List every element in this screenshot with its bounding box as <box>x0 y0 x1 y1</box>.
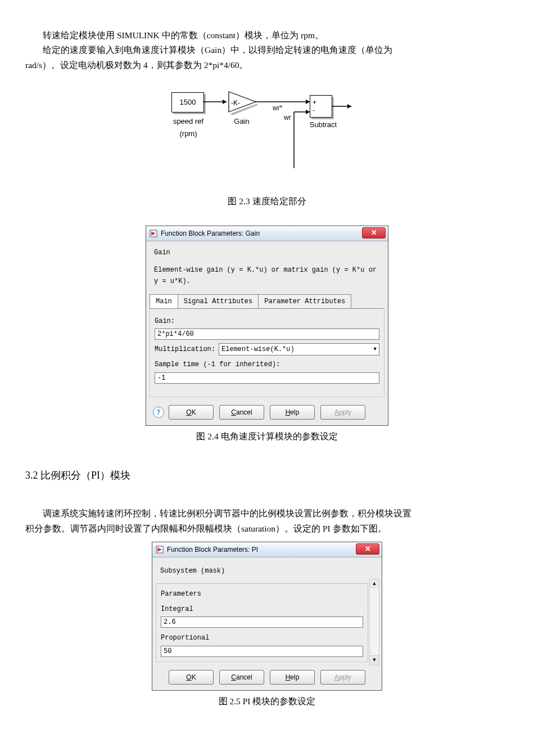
signal-wr-star: wr* <box>273 102 282 114</box>
caption-2-3: 图 2.3 速度给定部分 <box>25 194 509 209</box>
gain-label: Gain <box>228 115 256 128</box>
gain-desc: Element-wise gain (y = K.*u) or matrix g… <box>146 264 388 291</box>
paragraph-1: 转速给定模块使用 SIMULINK 中的常数（constant）模块，单位为 r… <box>25 28 509 43</box>
sample-time-label: Sample time (-1 for inherited): <box>155 359 379 370</box>
scroll-track[interactable] <box>369 588 379 655</box>
tab-main[interactable]: Main <box>150 294 178 308</box>
proportional-label: Proportional <box>161 632 363 644</box>
pi-dialog-title: Function Block Parameters: PI <box>167 544 258 555</box>
section-3-2-heading: 3.2 比例积分（PI）模块 <box>25 467 509 484</box>
svg-marker-10 <box>347 104 351 109</box>
paragraph-2a: 给定的速度要输入到电角速度计算模块（Gain）中，以得到给定转速的电角速度（单位… <box>25 43 509 57</box>
gain-field-label: Gain: <box>155 316 379 327</box>
svg-marker-1 <box>223 100 227 104</box>
simulink-icon <box>150 230 157 237</box>
svg-marker-5 <box>306 100 310 104</box>
ok-button[interactable]: OK <box>169 670 214 685</box>
gain-text: -K- <box>231 97 240 109</box>
help-button[interactable]: Help <box>270 405 315 420</box>
proportional-input[interactable] <box>161 646 363 657</box>
gain-tabs: Main Signal Attributes Parameter Attribu… <box>150 294 384 308</box>
gain-value-input[interactable] <box>155 328 379 340</box>
svg-marker-8 <box>306 110 310 114</box>
help-button[interactable]: Help <box>270 670 315 685</box>
integral-label: Integral <box>161 604 363 615</box>
apply-button[interactable]: Apply <box>320 405 365 420</box>
close-button[interactable]: ✕ <box>356 543 379 555</box>
diagram-svg <box>166 84 368 191</box>
paragraph-3a: 调速系统实施转速闭环控制，转速比例积分调节器中的比例模块设置比例参数，积分模块设… <box>25 506 509 521</box>
signal-wr: wr <box>284 112 291 123</box>
gain-subtitle: Gain <box>150 245 384 260</box>
scroll-down[interactable]: ▼ <box>369 655 379 665</box>
paragraph-3b: 积分参数。调节器内同时设置了内限幅和外限幅模块（saturation）。设定的 … <box>25 521 509 536</box>
help-icon[interactable]: ? <box>153 407 164 418</box>
close-button[interactable]: ✕ <box>362 227 386 238</box>
tab-param-attrs[interactable]: Parameter Attributes <box>258 294 351 308</box>
chevron-down-icon: ▼ <box>374 345 377 354</box>
caption-2-4: 图 2.4 电角速度计算模块的参数设定 <box>25 429 509 444</box>
subtract-block: + - <box>310 95 332 118</box>
ok-button[interactable]: OK <box>169 405 214 420</box>
apply-button[interactable]: Apply <box>320 670 365 685</box>
parameters-label: Parameters <box>161 588 363 600</box>
gain-dialog-title: Function Block Parameters: Gain <box>161 228 260 239</box>
mult-select[interactable]: Element-wise(K.*u)▼ <box>219 343 379 356</box>
pi-dialog-titlebar: Function Block Parameters: PI ✕ <box>152 542 382 557</box>
mult-label: Multiplication: <box>155 344 215 355</box>
paragraph-2b: rad/s）。设定电动机极对数为 4，则其参数为 2*pi*4/60。 <box>25 58 509 73</box>
integral-input[interactable] <box>161 616 363 628</box>
subtract-label: Subtract <box>304 119 343 131</box>
mask-label: Subsystem (mask) <box>160 565 374 577</box>
cancel-button[interactable]: Cancel <box>219 670 264 685</box>
tab-signal-attrs[interactable]: Signal Attributes <box>178 294 259 308</box>
pi-dialog: Function Block Parameters: PI ✕ ▲ ▼ Subs… <box>152 542 382 691</box>
gain-dialog-titlebar: Function Block Parameters: Gain ✕ <box>146 226 388 241</box>
caption-2-5: 图 2.5 PI 模块的参数设定 <box>25 694 509 709</box>
scroll-up[interactable]: ▲ <box>369 579 379 589</box>
figure-2-3: 1500 speed ref(rpm) -K- Gain wr* wr <box>25 84 509 191</box>
gain-dialog: Function Block Parameters: Gain ✕ Gain E… <box>146 226 388 426</box>
sample-time-input[interactable] <box>155 372 379 384</box>
cancel-button[interactable]: Cancel <box>219 405 264 420</box>
simulink-icon <box>156 546 164 554</box>
